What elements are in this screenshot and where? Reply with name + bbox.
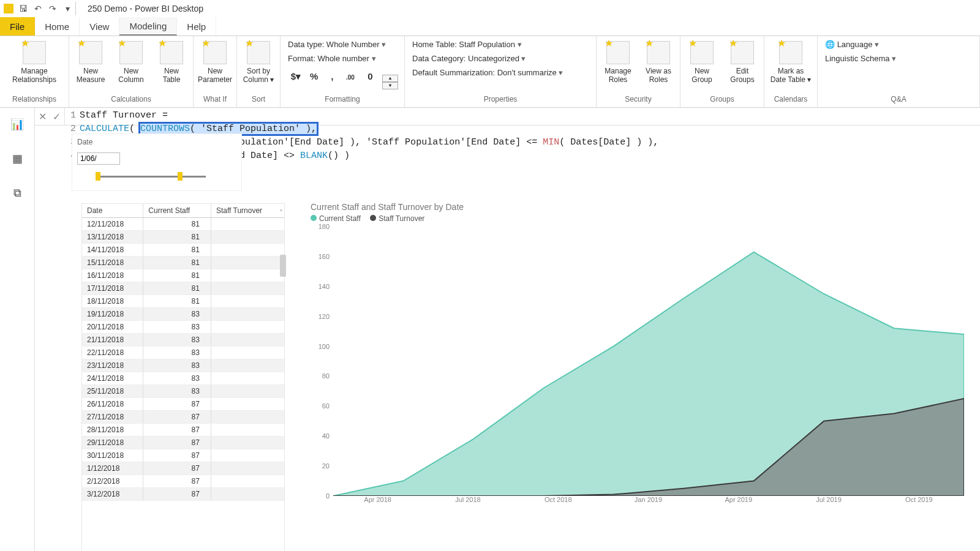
x-tick: Jan 2019 [603,496,693,509]
table-cell: 25/11/2018 [82,385,143,398]
data-category-dropdown[interactable]: Data Category: Uncategorized [412,54,526,63]
col-staff-turnover[interactable]: Staff Turnover [211,204,284,218]
tab-help[interactable]: Help [177,17,216,36]
new-parameter-button[interactable]: New Parameter [197,37,233,84]
redo-button[interactable]: ↷ [46,2,59,15]
table-row[interactable]: 29/11/201887 [82,437,284,449]
language-dropdown[interactable]: Language [837,40,879,49]
home-table-dropdown[interactable]: Home Table: Staff Population [412,40,522,49]
decimals-input[interactable]: 0 [361,68,380,84]
formula-bar[interactable]: ✕ ✓ 1Staff Turnover = 2CALCULATE( COUNTR… [35,108,980,126]
new-column-button[interactable]: New Column [113,37,149,84]
parameter-icon [203,41,227,64]
x-tick: Oct 2019 [874,496,964,509]
sort-by-column-button[interactable]: Sort by Column ▾ [241,37,276,84]
y-tick: 140 [311,283,330,290]
edit-groups-button[interactable]: Edit Groups [725,37,760,84]
chart-visual[interactable]: Current Staff and Staff Turnover by Date… [304,200,974,551]
x-tick: Apr 2018 [333,496,423,509]
table-cell: 83 [143,321,211,334]
table-row[interactable]: 23/11/201883 [82,359,284,372]
tab-home[interactable]: Home [35,17,80,36]
tab-modeling[interactable]: Modeling [119,17,177,36]
decimal-inc-button[interactable]: .00 [342,69,358,85]
slicer-label: Date [77,138,236,146]
slider-handle-end[interactable] [178,172,183,181]
model-view-button[interactable]: ⧉ [8,185,26,201]
file-tab[interactable]: File [0,17,35,36]
table-row[interactable]: 19/11/201883 [82,308,284,321]
scroll-up-icon[interactable]: ˄ [279,209,283,217]
save-button[interactable]: 🖫 [17,2,30,15]
y-tick: 80 [311,372,330,380]
table-row[interactable]: 2/12/201887 [82,475,284,488]
data-type-dropdown[interactable]: Data type: Whole Number [288,40,386,49]
currency-button[interactable]: $▾ [288,69,304,84]
linguistic-schema-dropdown[interactable]: Linguistic Schema [825,54,896,63]
table-cell [211,244,284,257]
date-slicer[interactable]: Date [72,133,242,191]
slicer-date-input[interactable] [77,152,120,165]
chart-plot: 180160140120100806040200 [333,227,964,496]
table-row[interactable]: 18/11/201881 [82,295,284,308]
table-row[interactable]: 30/11/201887 [82,449,284,462]
new-table-button[interactable]: New Table [154,37,189,84]
table-cell: 26/11/2018 [82,398,143,411]
table-row[interactable]: 3/12/201887 [82,488,284,501]
view-as-roles-button[interactable]: View as Roles [641,37,676,84]
table-cell: 16/11/2018 [82,269,143,282]
table-cell: 87 [143,462,211,475]
decimals-spinner[interactable]: ▴▾ [382,74,398,90]
table-row[interactable]: 21/11/201883 [82,334,284,347]
mark-as-date-table-button[interactable]: Mark as Date Table ▾ [768,37,813,84]
qat-divider [75,2,81,15]
manage-roles-button[interactable]: Manage Roles [600,37,636,84]
table-row[interactable]: 1/12/201887 [82,462,284,475]
table-row[interactable]: 24/11/201883 [82,372,284,385]
col-current-staff[interactable]: Current Staff [143,204,211,218]
new-group-button[interactable]: New Group [684,37,720,84]
undo-button[interactable]: ↶ [31,2,45,15]
slider-handle-start[interactable] [96,172,100,181]
summarization-dropdown[interactable]: Default Summarization: Don't summarize [412,68,563,77]
table-row[interactable]: 12/11/201881 [82,218,284,231]
table-row[interactable]: 13/11/201881 [82,231,284,244]
format-dropdown[interactable]: Format: Whole number [288,54,376,63]
group-name: What If [197,95,233,106]
table-row[interactable]: 16/11/201881 [82,269,284,282]
table-visual[interactable]: ˄ Date Current Staff Staff Turnover 12/1… [81,203,285,551]
qat-overflow-button[interactable]: ▾ [61,2,74,15]
table-cell: 19/11/2018 [82,308,143,321]
table-row[interactable]: 17/11/201881 [82,282,284,295]
cancel-formula-button[interactable]: ✕ [39,111,47,122]
formula-editor[interactable]: 1Staff Turnover = 2CALCULATE( COUNTROWS(… [65,108,980,125]
token-calculate: CALCULATE [80,124,129,134]
tab-view[interactable]: View [80,17,119,36]
x-tick: Jul 2018 [423,496,513,509]
table-row[interactable]: 28/11/201887 [82,424,284,437]
measure-icon [79,41,102,64]
label: Edit Groups [730,67,754,84]
report-canvas[interactable]: ✕ ✓ 1Staff Turnover = 2CALCULATE( COUNTR… [35,108,980,551]
new-measure-button[interactable]: New Measure [73,37,108,84]
table-cell [211,295,284,308]
col-date[interactable]: Date [82,204,143,218]
report-view-button[interactable]: 📊 [8,116,26,132]
scrollbar-thumb[interactable] [280,255,286,277]
table-cell: 83 [143,359,211,372]
table-cell [211,257,284,269]
table-row[interactable]: 22/11/201883 [82,347,284,359]
data-view-button[interactable]: ▦ [8,151,26,167]
table-row[interactable]: 15/11/201881 [82,257,284,269]
table-row[interactable]: 27/11/201887 [82,411,284,424]
manage-relationships-button[interactable]: Manage Relationships [7,37,61,84]
commit-formula-button[interactable]: ✓ [53,111,61,122]
slicer-slider[interactable] [77,171,206,182]
table-row[interactable]: 26/11/201887 [82,398,284,411]
percent-button[interactable]: % [306,68,322,84]
table-row[interactable]: 20/11/201883 [82,321,284,334]
thousands-button[interactable]: , [324,68,340,84]
table-row[interactable]: 25/11/201883 [82,385,284,398]
label: New Parameter [198,67,232,84]
table-row[interactable]: 14/11/201881 [82,244,284,257]
